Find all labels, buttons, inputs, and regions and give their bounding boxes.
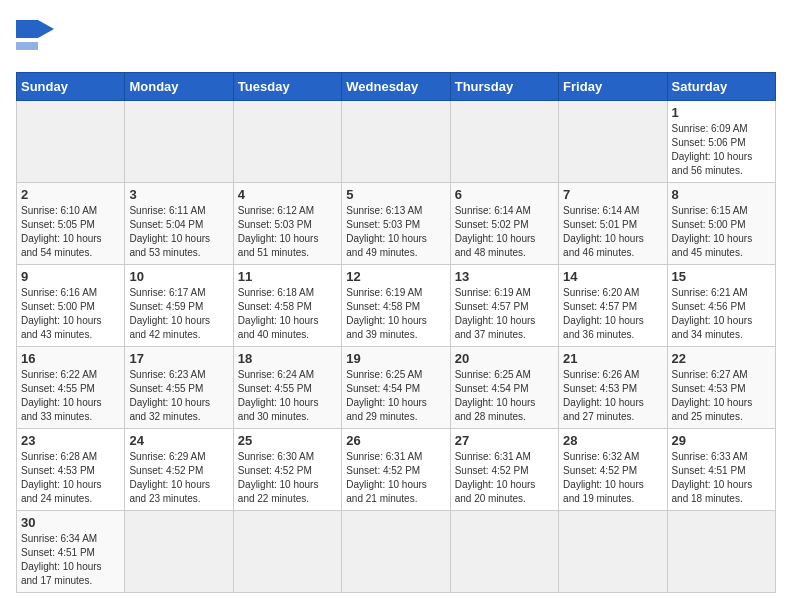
day-cell xyxy=(559,511,667,593)
day-number: 15 xyxy=(672,269,771,284)
day-info: Sunrise: 6:14 AM Sunset: 5:02 PM Dayligh… xyxy=(455,204,554,260)
day-info: Sunrise: 6:16 AM Sunset: 5:00 PM Dayligh… xyxy=(21,286,120,342)
day-cell: 16Sunrise: 6:22 AM Sunset: 4:55 PM Dayli… xyxy=(17,347,125,429)
day-info: Sunrise: 6:13 AM Sunset: 5:03 PM Dayligh… xyxy=(346,204,445,260)
day-info: Sunrise: 6:22 AM Sunset: 4:55 PM Dayligh… xyxy=(21,368,120,424)
day-number: 19 xyxy=(346,351,445,366)
day-cell: 23Sunrise: 6:28 AM Sunset: 4:53 PM Dayli… xyxy=(17,429,125,511)
day-number: 17 xyxy=(129,351,228,366)
day-cell xyxy=(450,511,558,593)
day-info: Sunrise: 6:15 AM Sunset: 5:00 PM Dayligh… xyxy=(672,204,771,260)
week-row-0: 1Sunrise: 6:09 AM Sunset: 5:06 PM Daylig… xyxy=(17,101,776,183)
calendar-table: SundayMondayTuesdayWednesdayThursdayFrid… xyxy=(16,72,776,593)
svg-marker-1 xyxy=(38,20,54,38)
day-number: 9 xyxy=(21,269,120,284)
logo xyxy=(16,16,72,60)
week-row-3: 16Sunrise: 6:22 AM Sunset: 4:55 PM Dayli… xyxy=(17,347,776,429)
day-cell: 14Sunrise: 6:20 AM Sunset: 4:57 PM Dayli… xyxy=(559,265,667,347)
day-number: 28 xyxy=(563,433,662,448)
day-number: 30 xyxy=(21,515,120,530)
day-cell xyxy=(233,511,341,593)
day-info: Sunrise: 6:21 AM Sunset: 4:56 PM Dayligh… xyxy=(672,286,771,342)
day-number: 3 xyxy=(129,187,228,202)
day-cell: 29Sunrise: 6:33 AM Sunset: 4:51 PM Dayli… xyxy=(667,429,775,511)
day-info: Sunrise: 6:20 AM Sunset: 4:57 PM Dayligh… xyxy=(563,286,662,342)
day-info: Sunrise: 6:30 AM Sunset: 4:52 PM Dayligh… xyxy=(238,450,337,506)
day-info: Sunrise: 6:19 AM Sunset: 4:58 PM Dayligh… xyxy=(346,286,445,342)
day-cell xyxy=(559,101,667,183)
day-cell: 2Sunrise: 6:10 AM Sunset: 5:05 PM Daylig… xyxy=(17,183,125,265)
day-cell: 13Sunrise: 6:19 AM Sunset: 4:57 PM Dayli… xyxy=(450,265,558,347)
day-number: 21 xyxy=(563,351,662,366)
day-cell: 12Sunrise: 6:19 AM Sunset: 4:58 PM Dayli… xyxy=(342,265,450,347)
day-number: 18 xyxy=(238,351,337,366)
day-cell xyxy=(125,101,233,183)
weekday-header-friday: Friday xyxy=(559,73,667,101)
day-number: 27 xyxy=(455,433,554,448)
week-row-2: 9Sunrise: 6:16 AM Sunset: 5:00 PM Daylig… xyxy=(17,265,776,347)
weekday-header-wednesday: Wednesday xyxy=(342,73,450,101)
day-info: Sunrise: 6:33 AM Sunset: 4:51 PM Dayligh… xyxy=(672,450,771,506)
day-cell xyxy=(450,101,558,183)
day-info: Sunrise: 6:10 AM Sunset: 5:05 PM Dayligh… xyxy=(21,204,120,260)
day-number: 2 xyxy=(21,187,120,202)
page-header xyxy=(16,16,776,60)
day-cell: 30Sunrise: 6:34 AM Sunset: 4:51 PM Dayli… xyxy=(17,511,125,593)
day-cell: 22Sunrise: 6:27 AM Sunset: 4:53 PM Dayli… xyxy=(667,347,775,429)
calendar-body: 1Sunrise: 6:09 AM Sunset: 5:06 PM Daylig… xyxy=(17,101,776,593)
day-number: 26 xyxy=(346,433,445,448)
day-number: 6 xyxy=(455,187,554,202)
day-info: Sunrise: 6:25 AM Sunset: 4:54 PM Dayligh… xyxy=(455,368,554,424)
day-info: Sunrise: 6:09 AM Sunset: 5:06 PM Dayligh… xyxy=(672,122,771,178)
day-info: Sunrise: 6:26 AM Sunset: 4:53 PM Dayligh… xyxy=(563,368,662,424)
weekday-header-saturday: Saturday xyxy=(667,73,775,101)
logo-icon xyxy=(16,16,68,60)
weekday-header-thursday: Thursday xyxy=(450,73,558,101)
day-cell xyxy=(125,511,233,593)
svg-rect-2 xyxy=(16,42,38,50)
day-number: 4 xyxy=(238,187,337,202)
day-info: Sunrise: 6:19 AM Sunset: 4:57 PM Dayligh… xyxy=(455,286,554,342)
day-number: 24 xyxy=(129,433,228,448)
day-cell: 27Sunrise: 6:31 AM Sunset: 4:52 PM Dayli… xyxy=(450,429,558,511)
day-info: Sunrise: 6:31 AM Sunset: 4:52 PM Dayligh… xyxy=(455,450,554,506)
day-number: 5 xyxy=(346,187,445,202)
day-info: Sunrise: 6:12 AM Sunset: 5:03 PM Dayligh… xyxy=(238,204,337,260)
day-info: Sunrise: 6:31 AM Sunset: 4:52 PM Dayligh… xyxy=(346,450,445,506)
day-info: Sunrise: 6:25 AM Sunset: 4:54 PM Dayligh… xyxy=(346,368,445,424)
day-number: 22 xyxy=(672,351,771,366)
day-info: Sunrise: 6:27 AM Sunset: 4:53 PM Dayligh… xyxy=(672,368,771,424)
day-number: 13 xyxy=(455,269,554,284)
day-cell: 15Sunrise: 6:21 AM Sunset: 4:56 PM Dayli… xyxy=(667,265,775,347)
week-row-4: 23Sunrise: 6:28 AM Sunset: 4:53 PM Dayli… xyxy=(17,429,776,511)
day-number: 8 xyxy=(672,187,771,202)
day-cell: 11Sunrise: 6:18 AM Sunset: 4:58 PM Dayli… xyxy=(233,265,341,347)
day-info: Sunrise: 6:28 AM Sunset: 4:53 PM Dayligh… xyxy=(21,450,120,506)
day-number: 12 xyxy=(346,269,445,284)
day-cell: 21Sunrise: 6:26 AM Sunset: 4:53 PM Dayli… xyxy=(559,347,667,429)
day-cell xyxy=(17,101,125,183)
day-cell: 5Sunrise: 6:13 AM Sunset: 5:03 PM Daylig… xyxy=(342,183,450,265)
day-cell: 3Sunrise: 6:11 AM Sunset: 5:04 PM Daylig… xyxy=(125,183,233,265)
day-cell: 10Sunrise: 6:17 AM Sunset: 4:59 PM Dayli… xyxy=(125,265,233,347)
day-number: 25 xyxy=(238,433,337,448)
day-cell: 20Sunrise: 6:25 AM Sunset: 4:54 PM Dayli… xyxy=(450,347,558,429)
weekday-row: SundayMondayTuesdayWednesdayThursdayFrid… xyxy=(17,73,776,101)
day-cell: 18Sunrise: 6:24 AM Sunset: 4:55 PM Dayli… xyxy=(233,347,341,429)
week-row-5: 30Sunrise: 6:34 AM Sunset: 4:51 PM Dayli… xyxy=(17,511,776,593)
day-cell: 6Sunrise: 6:14 AM Sunset: 5:02 PM Daylig… xyxy=(450,183,558,265)
weekday-header-sunday: Sunday xyxy=(17,73,125,101)
week-row-1: 2Sunrise: 6:10 AM Sunset: 5:05 PM Daylig… xyxy=(17,183,776,265)
weekday-header-tuesday: Tuesday xyxy=(233,73,341,101)
day-cell: 19Sunrise: 6:25 AM Sunset: 4:54 PM Dayli… xyxy=(342,347,450,429)
day-info: Sunrise: 6:24 AM Sunset: 4:55 PM Dayligh… xyxy=(238,368,337,424)
day-info: Sunrise: 6:18 AM Sunset: 4:58 PM Dayligh… xyxy=(238,286,337,342)
day-cell: 17Sunrise: 6:23 AM Sunset: 4:55 PM Dayli… xyxy=(125,347,233,429)
day-info: Sunrise: 6:11 AM Sunset: 5:04 PM Dayligh… xyxy=(129,204,228,260)
day-info: Sunrise: 6:29 AM Sunset: 4:52 PM Dayligh… xyxy=(129,450,228,506)
day-cell: 28Sunrise: 6:32 AM Sunset: 4:52 PM Dayli… xyxy=(559,429,667,511)
day-info: Sunrise: 6:23 AM Sunset: 4:55 PM Dayligh… xyxy=(129,368,228,424)
day-number: 7 xyxy=(563,187,662,202)
day-cell: 4Sunrise: 6:12 AM Sunset: 5:03 PM Daylig… xyxy=(233,183,341,265)
day-number: 10 xyxy=(129,269,228,284)
